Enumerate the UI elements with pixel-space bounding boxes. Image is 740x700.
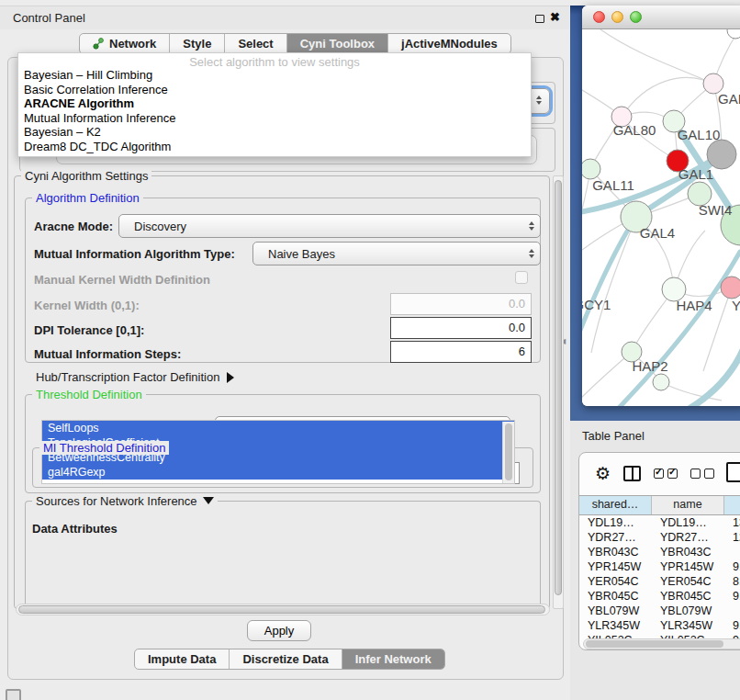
- dropdown-item[interactable]: Dream8 DC_TDC Algorithm: [18, 140, 531, 154]
- cyni-bottom-tabs: Impute Data Discretize Data Infer Networ…: [134, 649, 445, 670]
- network-node-gal11[interactable]: [582, 159, 600, 179]
- table-panel-title: Table Panel: [582, 429, 645, 443]
- sources-title-label: Sources for Network Inference: [36, 494, 197, 508]
- node-label: GAL: [718, 91, 740, 107]
- tab-network[interactable]: Network: [80, 34, 170, 53]
- table-panel: Table Panel ⚙ shared…nameA YDL19…YDL19…1…: [570, 421, 740, 700]
- table-horizontal-scrollbar[interactable]: [583, 638, 740, 649]
- export-table-icon[interactable]: [726, 462, 740, 482]
- mi-threshold-definition-title: MI Threshold Definition: [39, 441, 169, 455]
- network-canvas[interactable]: GALGAL80GAL10GAL1GAL11SWI4GAL4GCY1HAP4YH…: [582, 29, 740, 406]
- node-label: HAP4: [676, 298, 712, 313]
- node-label: GCY1: [582, 297, 611, 312]
- table-row[interactable]: YBR043CYBR043C: [579, 545, 740, 559]
- table-row[interactable]: YBL079WYBL079W: [579, 604, 740, 618]
- gear-icon[interactable]: ⚙: [595, 465, 611, 482]
- tab-label: Select: [238, 37, 273, 51]
- cyni-toolbox-panel: gal-filtered.sif default node Select alg…: [7, 57, 564, 680]
- table-cell: YBR045C: [579, 589, 652, 604]
- table-cell: 13: [724, 515, 740, 530]
- settings-vertical-scrollbar[interactable]: [553, 175, 564, 609]
- float-window-icon[interactable]: [535, 15, 544, 23]
- scrollbar-thumb[interactable]: [18, 605, 545, 614]
- tab-infer-network[interactable]: Infer Network: [342, 649, 444, 669]
- table-cell: YBR045C: [652, 589, 724, 604]
- deselect-all-checkboxes-icon[interactable]: [690, 469, 714, 479]
- table-row[interactable]: YLR345WYLR345W9.: [579, 618, 740, 633]
- split-columns-icon[interactable]: [623, 466, 641, 481]
- table-cell: 9.: [724, 618, 740, 633]
- tab-discretize-data[interactable]: Discretize Data: [230, 649, 342, 669]
- table-row[interactable]: YDR27…YDR27…12: [579, 530, 740, 545]
- tab-select[interactable]: Select: [225, 34, 286, 53]
- settings-horizontal-scrollbar[interactable]: [16, 604, 550, 615]
- tab-impute-data[interactable]: Impute Data: [135, 649, 230, 669]
- cytoscape-desktop: GALGAL80GAL10GAL1GAL11SWI4GAL4GCY1HAP4YH…: [569, 0, 740, 700]
- column-header[interactable]: name: [652, 496, 724, 514]
- node-label: GAL4: [640, 225, 675, 241]
- network-node-y[interactable]: [721, 277, 740, 299]
- node-label: GAL1: [678, 166, 713, 182]
- control-panel-window: Control Panel ✖ Network Style Select Cyn…: [0, 0, 569, 700]
- tab-label: jActiveMNodules: [401, 37, 498, 51]
- threshold-definition-title: Threshold Definition: [32, 388, 146, 401]
- tab-label: Impute Data: [148, 652, 216, 666]
- table-cell: YLR345W: [579, 618, 652, 633]
- scrollbar-thumb[interactable]: [555, 180, 562, 595]
- sources-title[interactable]: Sources for Network Inference: [32, 494, 218, 508]
- network-window-titlebar[interactable]: [582, 6, 740, 29]
- node-label: HAP2: [632, 358, 667, 374]
- tab-jactivemnodules[interactable]: jActiveMNodules: [388, 34, 510, 53]
- table-row[interactable]: YPR145WYPR145W9.: [579, 559, 740, 574]
- tab-label: Style: [183, 37, 211, 51]
- tab-cyni-toolbox[interactable]: Cyni Toolbox: [287, 34, 388, 53]
- dropdown-item[interactable]: ARACNE Algorithm: [18, 96, 531, 111]
- table-header-row: shared…nameA: [579, 495, 740, 515]
- dropdown-item[interactable]: Basic Correlation Inference: [18, 83, 531, 97]
- table-cell: YBR043C: [579, 545, 652, 559]
- node-label: GAL80: [613, 122, 656, 138]
- scrollbar-thumb[interactable]: [586, 640, 723, 648]
- table-cell: YBL079W: [652, 604, 724, 618]
- table-cell: YER054C: [652, 574, 724, 589]
- table-cell: YDR27…: [652, 530, 724, 545]
- table-cell: YPR145W: [579, 559, 652, 574]
- network-node[interactable]: [653, 374, 669, 390]
- minimize-traffic-light-icon[interactable]: [611, 11, 623, 23]
- node-label: GAL11: [592, 177, 634, 193]
- dock-icon[interactable]: [6, 689, 21, 700]
- dropdown-item[interactable]: Bayesian – Hill Climbing: [18, 68, 531, 83]
- control-panel-titlebar: Control Panel ✖: [0, 6, 569, 29]
- column-header[interactable]: A: [724, 496, 740, 514]
- screen: Control Panel ✖ Network Style Select Cyn…: [0, 0, 740, 700]
- table-row[interactable]: YDL19…YDL19…13: [579, 515, 740, 530]
- close-icon[interactable]: ✖: [550, 10, 560, 24]
- dropdown-item[interactable]: Bayesian – K2: [18, 125, 531, 140]
- network-nodes[interactable]: GALGAL80GAL10GAL1GAL11SWI4GAL4GCY1HAP4YH…: [582, 29, 740, 390]
- network-icon: [93, 38, 105, 50]
- table-cell: 8.: [724, 574, 740, 589]
- table-cell: 9.: [724, 559, 740, 574]
- table-cell: [724, 545, 740, 559]
- stepper-arrows-icon: [531, 96, 547, 105]
- zoom-traffic-light-icon[interactable]: [630, 11, 642, 23]
- apply-button[interactable]: Apply: [247, 620, 311, 641]
- table-row[interactable]: YBR045CYBR045C9.: [579, 589, 740, 604]
- network-node[interactable]: [727, 29, 740, 39]
- network-node[interactable]: [707, 140, 736, 169]
- dropdown-item[interactable]: Mutual Information Inference: [18, 111, 531, 126]
- settings-group-title: Cyni Algorithm Settings: [21, 169, 151, 183]
- tab-label: Network: [109, 37, 156, 51]
- tab-style[interactable]: Style: [170, 34, 225, 53]
- table-row[interactable]: YER054CYER054C8.: [579, 574, 740, 589]
- close-traffic-light-icon[interactable]: [593, 11, 605, 23]
- table-toolbar: ⚙: [579, 453, 740, 493]
- tab-label: Discretize Data: [242, 652, 328, 666]
- select-all-checkboxes-icon[interactable]: [654, 469, 678, 479]
- dropdown-items: Bayesian – Hill ClimbingBasic Correlatio…: [18, 68, 531, 153]
- node-table-container: ⚙ shared…nameA YDL19…YDL19…13YDR27…YDR27…: [578, 452, 740, 650]
- table-cell: 9.: [724, 589, 740, 604]
- table-cell: YDL19…: [579, 515, 652, 530]
- column-header[interactable]: shared…: [579, 496, 652, 514]
- table-cell: YDR27…: [579, 530, 652, 545]
